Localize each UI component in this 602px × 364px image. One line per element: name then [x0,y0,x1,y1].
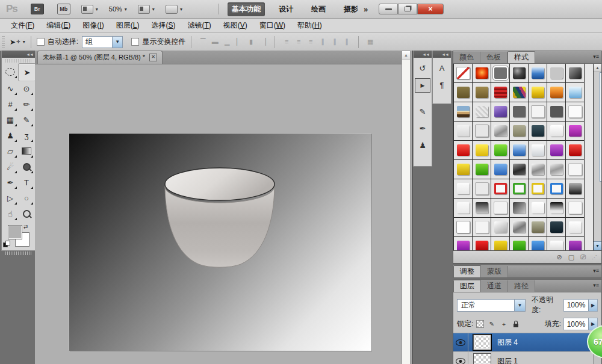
style-swatch-49[interactable] [566,179,585,199]
style-swatch-33[interactable] [529,141,547,160]
workspace-button-设计[interactable]: 设计 [275,2,297,16]
menu-文件[interactable]: 文件(F) [5,19,40,32]
zoom-level-control[interactable]: 50%▾ [109,5,127,13]
style-swatch-40[interactable] [529,160,547,179]
style-swatch-18[interactable] [510,102,529,122]
style-swatch-60[interactable] [510,218,529,237]
align-bottom-edges-icon[interactable]: ▁ [221,38,233,46]
style-swatch-31[interactable] [491,141,510,160]
clear-style-icon[interactable]: ⊘ [557,253,562,261]
menu-滤镜[interactable]: 滤镜(T) [181,19,217,32]
ellipse-tool[interactable]: ○ [19,190,34,206]
workspace-button-摄影[interactable]: 摄影 [340,2,362,16]
style-swatch-34[interactable] [547,141,566,160]
layers-tab-图层[interactable]: 图层 [453,280,481,292]
foreground-color-swatch[interactable] [8,225,22,239]
style-swatch-21[interactable] [566,102,585,122]
document-close-icon[interactable]: ✕ [149,54,157,61]
styles-scroll-thumb[interactable] [599,72,602,182]
style-swatch-10[interactable] [491,83,510,102]
menu-帮助[interactable]: 帮助(H) [291,19,328,32]
lasso-tool[interactable]: ∿ [2,81,18,96]
style-swatch-26[interactable] [529,122,547,141]
style-swatch-46[interactable] [510,179,529,199]
blend-mode-dropdown[interactable]: 正常 ▼ [457,299,526,312]
style-swatch-28[interactable] [566,122,585,141]
auto-select-checkbox[interactable] [37,38,45,46]
style-swatch-16[interactable] [473,102,491,122]
panel-resize-grip[interactable]: ⋰ [592,254,597,260]
style-swatch-11[interactable] [510,83,529,102]
style-swatch-1[interactable] [454,64,473,83]
lock-position-icon[interactable]: ＋ [499,320,508,329]
menu-图层[interactable]: 图层(L) [110,19,146,32]
launch-mini-bridge-button[interactable]: Mb [57,4,70,14]
close-button[interactable]: × [417,4,444,14]
quick-selection-tool[interactable]: ⊙ [19,81,34,96]
styles-tab-颜色[interactable]: 颜色 [453,52,480,63]
menu-编辑[interactable]: 编辑(E) [40,19,76,32]
eraser-tool[interactable]: ▱ [2,143,18,159]
adjustments-tab-调整[interactable]: 调整 [453,265,481,277]
style-swatch-32[interactable] [510,141,529,160]
layer-thumbnail[interactable] [473,335,491,350]
restore-button[interactable] [398,4,417,14]
layer-row[interactable]: 图层 1 [453,352,601,364]
style-swatch-67[interactable] [510,237,529,251]
style-swatch-66[interactable] [491,237,510,251]
new-style-icon[interactable]: ▢ [568,253,574,261]
arrange-documents-button[interactable]: ▾ [138,5,155,14]
show-transform-checkbox[interactable] [131,38,139,46]
style-swatch-41[interactable] [547,160,566,179]
style-swatch-23[interactable] [473,122,491,141]
style-swatch-65[interactable] [473,237,491,251]
style-swatch-55[interactable] [547,199,566,218]
style-swatch-42[interactable] [566,160,585,179]
style-swatch-7[interactable] [566,64,585,83]
style-swatch-20[interactable] [547,102,566,122]
style-swatch-70[interactable] [566,237,585,251]
character-panel-icon[interactable]: A [435,61,449,75]
style-swatch-4[interactable] [510,64,529,83]
menu-窗口[interactable]: 窗口(W) [253,19,291,32]
distribute-vertical-centers-icon[interactable]: ≡ [293,38,305,46]
style-swatch-6[interactable] [547,64,566,83]
align-right-edges-icon[interactable]: ▕ [257,38,269,46]
style-swatch-51[interactable] [473,199,491,218]
smudge-tool[interactable]: ☄ [2,159,18,174]
move-tool[interactable]: ➤ [19,64,36,81]
style-swatch-53[interactable] [510,199,529,218]
style-swatch-59[interactable] [491,218,510,237]
style-swatch-64[interactable] [454,237,473,251]
style-swatch-45[interactable] [491,179,510,199]
style-swatch-57[interactable] [454,218,473,237]
style-swatch-30[interactable] [473,141,491,160]
brushes-panel-icon[interactable]: ✎ [415,105,430,118]
dodge-tool[interactable] [19,159,34,174]
styles-scrollbar[interactable]: ▲ ▼ [593,64,601,250]
style-swatch-44[interactable] [473,179,491,199]
default-colors-icon[interactable] [3,241,9,247]
clone-source-panel-icon[interactable]: ♟ [415,138,430,152]
workspace-button-基本功能[interactable]: 基本功能 [228,2,265,16]
workspace-button-绘画[interactable]: 绘画 [307,2,330,16]
style-swatch-9[interactable] [473,83,491,102]
eyedropper-tool[interactable]: ✏ [19,96,34,112]
style-swatch-39[interactable] [510,160,529,179]
layers-tab-通道[interactable]: 通道 [481,280,508,292]
history-panel-icon[interactable]: ↺ [415,61,430,75]
style-swatch-22[interactable] [454,122,473,141]
distribute-bottom-edges-icon[interactable]: ≡ [305,38,317,46]
tool-presets-panel-icon[interactable]: ✒ [415,122,430,135]
style-swatch-50[interactable] [454,199,473,218]
style-swatch-69[interactable] [547,237,566,251]
distribute-top-edges-icon[interactable]: ≡ [281,38,293,46]
adjustments-panel-menu-icon[interactable]: ▾≡ [593,268,599,274]
tools-panel-grip[interactable] [5,59,32,63]
dock2-expand-button[interactable]: ◄◄ [433,51,451,58]
history-brush-tool[interactable]: ʒ [19,128,34,143]
launch-bridge-button[interactable]: Br [31,4,44,14]
style-swatch-48[interactable] [547,179,566,199]
style-swatch-47[interactable] [529,179,547,199]
distribute-horizontal-centers-icon[interactable]: ∥ [329,38,341,46]
